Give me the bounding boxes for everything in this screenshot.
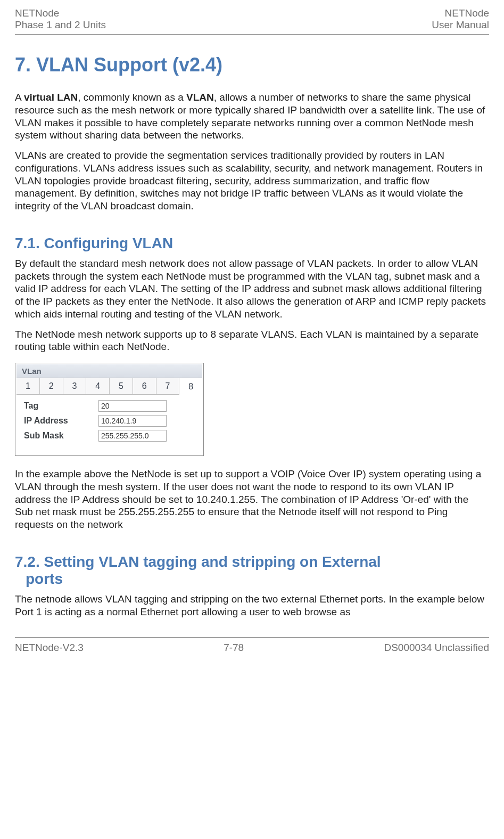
mask-input[interactable] bbox=[98, 430, 167, 442]
example-paragraph: In the example above the NetNode is set … bbox=[15, 468, 489, 531]
intro-paragraph-1: A virtual LAN, commonly known as a VLAN,… bbox=[15, 91, 489, 142]
vlan-tab-2[interactable]: 2 bbox=[40, 378, 63, 394]
vlan-panel-body: Tag IP Address Sub Mask bbox=[16, 395, 202, 454]
text-span: , commonly known as a bbox=[78, 92, 186, 103]
vlan-tab-6[interactable]: 6 bbox=[133, 378, 156, 394]
vlan-tab-5[interactable]: 5 bbox=[110, 378, 133, 394]
doc-subtitle: User Manual bbox=[432, 19, 489, 31]
vlan-row-tag: Tag bbox=[24, 400, 196, 412]
vlan-tab-4[interactable]: 4 bbox=[86, 378, 110, 394]
vlan-config-panel: VLan 1 2 3 4 5 6 7 8 Tag IP Address Sub … bbox=[15, 363, 204, 456]
doc-title: NETNode bbox=[432, 7, 489, 19]
text-span: A bbox=[15, 92, 24, 103]
vlan-row-mask: Sub Mask bbox=[24, 430, 196, 442]
heading-line-1: 7.2. Setting VLAN tagging and stripping … bbox=[15, 553, 381, 570]
header-right: NETNode User Manual bbox=[432, 7, 489, 31]
vlan-tab-3[interactable]: 3 bbox=[63, 378, 87, 394]
vlan-tabs: 1 2 3 4 5 6 7 8 bbox=[16, 378, 202, 395]
page-footer: NETNode-V2.3 7-78 DS000034 Unclassified bbox=[15, 637, 489, 654]
vlan-tab-7[interactable]: 7 bbox=[156, 378, 180, 394]
config-paragraph-2: The NetNode mesh network supports up to … bbox=[15, 328, 489, 354]
header-left: NETNode Phase 1 and 2 Units bbox=[15, 7, 106, 31]
footer-center: 7-78 bbox=[224, 642, 244, 654]
tagging-paragraph: The netnode allows VLAN tagging and stri… bbox=[15, 593, 489, 618]
bold-text: VLAN bbox=[186, 92, 214, 103]
section-heading-vlan-tagging: 7.2. Setting VLAN tagging and stripping … bbox=[15, 553, 489, 588]
ip-label: IP Address bbox=[24, 416, 98, 426]
chapter-title: 7. VLAN Support (v2.4) bbox=[15, 54, 489, 76]
config-paragraph-1: By default the standard mesh network doe… bbox=[15, 257, 489, 321]
mask-label: Sub Mask bbox=[24, 431, 98, 441]
vlan-tab-8[interactable]: 8 bbox=[179, 379, 202, 395]
product-name: NETNode bbox=[15, 7, 106, 19]
section-heading-configuring-vlan: 7.1. Configuring VLAN bbox=[15, 235, 489, 252]
intro-paragraph-2: VLANs are created to provide the segment… bbox=[15, 149, 489, 213]
vlan-row-ip: IP Address bbox=[24, 415, 196, 427]
tag-label: Tag bbox=[24, 401, 98, 411]
vlan-panel-title: VLan bbox=[16, 364, 202, 378]
product-subtitle: Phase 1 and 2 Units bbox=[15, 19, 106, 31]
bold-text: virtual LAN bbox=[24, 92, 78, 103]
vlan-tab-1[interactable]: 1 bbox=[16, 378, 40, 394]
tag-input[interactable] bbox=[98, 400, 167, 412]
heading-line-2: ports bbox=[15, 571, 63, 587]
page-header: NETNode Phase 1 and 2 Units NETNode User… bbox=[15, 7, 489, 35]
footer-right: DS000034 Unclassified bbox=[384, 642, 489, 654]
ip-input[interactable] bbox=[98, 415, 167, 427]
footer-left: NETNode-V2.3 bbox=[15, 642, 84, 654]
